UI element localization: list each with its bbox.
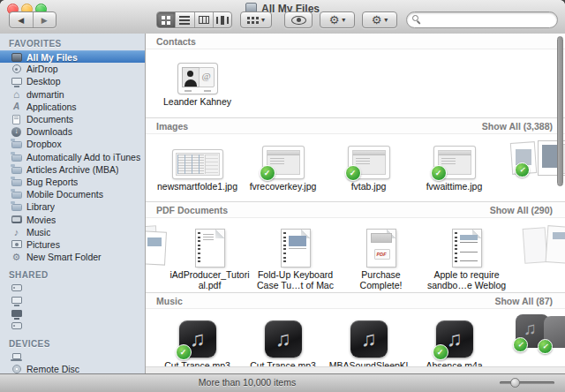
arrange-grid-icon <box>247 17 259 24</box>
icon-size-slider[interactable] <box>500 381 554 384</box>
sidebar-item[interactable]: Downloads <box>0 125 145 138</box>
file-item[interactable]: MBASoundSleepKlunk.mp3 <box>326 309 411 374</box>
sidebar-section-header: FAVORITES <box>0 37 145 50</box>
sidebar-item-icon <box>11 177 22 187</box>
nav-buttons: ◀ ▶ <box>9 11 56 28</box>
sidebar-item[interactable]: Pictures <box>0 238 145 251</box>
eye-icon <box>291 16 306 25</box>
file-item[interactable]: fvrecoverkey.jpg <box>240 134 326 192</box>
status-bar: More than 10,000 items <box>0 373 565 392</box>
sidebar-item-label: Pictures <box>26 239 60 250</box>
file-item[interactable]: Cut Trance.mp3 <box>240 309 326 374</box>
show-all-link[interactable]: Show All (3,388) <box>482 121 553 132</box>
file-item[interactable]: Cut Trance.mp3 <box>154 309 240 374</box>
sidebar-section-header: DEVICES <box>0 337 145 351</box>
sidebar-item-icon <box>11 64 22 74</box>
sidebar-item-icon <box>11 164 22 175</box>
sidebar-item[interactable]: Dropbox <box>0 138 145 150</box>
sidebar-item-icon <box>11 308 22 319</box>
file-item[interactable]: Fold-Up Keyboard Case Tu…t of Mac <box>252 218 338 290</box>
sidebar-item[interactable]: AirDrop <box>0 63 145 75</box>
sidebar-item[interactable]: dwmartin <box>0 88 145 101</box>
file-name: fvtab.jpg <box>328 181 411 192</box>
sidebar-section-devices: DEVICES Remote Disc <box>0 337 145 374</box>
section-music: Music Show All (87) Cut Trance.mp3 Cut T… <box>146 292 565 374</box>
sidebar-item[interactable]: New Smart Folder <box>0 251 145 263</box>
sidebar-item[interactable]: Bug Reports <box>0 176 145 188</box>
back-button[interactable]: ◀ <box>10 12 34 27</box>
list-view-button[interactable] <box>176 12 194 27</box>
sidebar-item-label: Bug Reports <box>26 177 78 187</box>
column-view-icon <box>199 16 209 24</box>
sidebar-item[interactable]: Library <box>0 200 145 213</box>
sidebar-item-icon <box>11 89 22 100</box>
show-all-link[interactable]: Show All (87) <box>494 296 553 306</box>
back-arrow-icon: ◀ <box>18 16 24 25</box>
sidebar-item-icon <box>11 283 22 293</box>
chevron-down-icon: ▾ <box>342 16 345 24</box>
file-icon <box>453 230 481 267</box>
column-view-button[interactable] <box>195 12 214 27</box>
file-icon <box>349 147 389 178</box>
file-item[interactable]: Leander Kahney <box>154 49 240 107</box>
search-field[interactable] <box>406 11 558 28</box>
sidebar-item-label: Applications <box>26 102 77 112</box>
coverflow-view-button[interactable] <box>214 12 231 27</box>
coverflow-view-icon <box>216 16 229 25</box>
gear-icon: ⚙ <box>372 14 382 26</box>
section-title: Music <box>156 296 183 306</box>
vertical-scrollbar[interactable] <box>557 36 563 186</box>
sidebar-item[interactable]: Movies <box>0 213 145 225</box>
search-input[interactable] <box>422 14 552 26</box>
section-pdf-documents: PDF Documents Show All (290) iAdProducer… <box>146 201 565 292</box>
file-item[interactable]: iAdProducer_Tutorial.pdf <box>167 218 252 290</box>
quick-look-button[interactable] <box>284 11 313 28</box>
sidebar-item-label: Music <box>26 227 50 237</box>
file-item[interactable]: Apple to require sandbo…e Weblog <box>424 218 509 290</box>
sidebar-item[interactable]: All My Files <box>0 50 145 63</box>
file-item[interactable]: newsmartfolde1.jpg <box>154 134 240 192</box>
sidebar-item[interactable]: Desktop <box>0 75 145 87</box>
file-name: Fold-Up Keyboard Case Tu…t of Mac <box>254 269 337 290</box>
sidebar-item[interactable]: Automatically Add to iTunes <box>0 151 145 163</box>
sync-check-badge <box>176 344 192 360</box>
file-item[interactable]: Absence.m4a <box>411 309 497 374</box>
sidebar-item-icon <box>11 252 22 262</box>
sidebar-item-icon <box>11 320 22 331</box>
show-all-link[interactable]: Show All (290) <box>490 205 553 215</box>
sidebar-item-label: Automatically Add to iTunes <box>26 152 140 162</box>
chevron-down-icon: ▾ <box>261 16 265 24</box>
sidebar-item[interactable] <box>0 282 145 294</box>
sidebar-item-label: Mobile Documents <box>26 189 103 200</box>
file-name: fvwaittime.jpg <box>413 181 496 192</box>
sidebar-item-label: Documents <box>26 114 73 124</box>
sidebar-item[interactable] <box>0 351 145 363</box>
sidebar-item[interactable]: Mobile Documents <box>0 188 145 200</box>
share-button[interactable]: ⚙▾ <box>320 11 355 28</box>
arrange-button[interactable]: ▾ <box>240 11 272 28</box>
slider-knob[interactable] <box>510 378 520 388</box>
file-item[interactable]: fvtab.jpg <box>326 134 411 192</box>
forward-button[interactable]: ▶ <box>34 12 56 27</box>
sidebar-item[interactable]: Applications <box>0 101 145 113</box>
sidebar-item-icon <box>11 102 22 112</box>
file-item[interactable]: Purchase Complete! <box>338 218 424 290</box>
sidebar-item[interactable]: Articles Archive (MBA) <box>0 163 145 176</box>
gear-pair-icon: ⚙ <box>329 14 340 26</box>
section-title: Images <box>156 121 188 132</box>
action-button[interactable]: ⚙▾ <box>362 11 397 28</box>
file-icon <box>178 64 217 94</box>
sidebar-item[interactable] <box>0 294 145 306</box>
icon-view-button[interactable] <box>157 12 176 27</box>
sidebar-item-label: Desktop <box>26 76 61 87</box>
sidebar-item[interactable] <box>0 320 145 332</box>
sidebar-item[interactable] <box>0 307 145 320</box>
file-browser-content: Contacts Leander Kahney Images Show All … <box>146 34 565 374</box>
file-item[interactable]: fvwaittime.jpg <box>411 134 497 192</box>
file-name: Apple to require sandbo…e Weblog <box>426 269 508 290</box>
sidebar-item-label: dwmartin <box>26 89 64 100</box>
sidebar-item[interactable]: Documents <box>0 113 145 125</box>
sidebar-item[interactable]: Music <box>0 226 145 238</box>
file-icon <box>350 320 388 358</box>
file-icon <box>173 150 222 178</box>
